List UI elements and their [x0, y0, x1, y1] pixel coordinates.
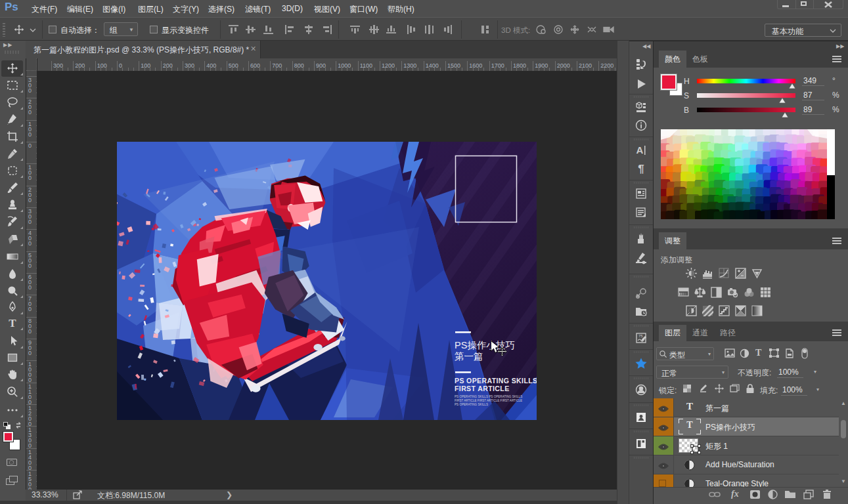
svg-text:PS OPERATING SKILLS: PS OPERATING SKILLS	[455, 403, 488, 406]
svg-text:FIRST ARTICLE FIRST ARTICLE F: FIRST ARTICLE FIRST ARTICLE FIRST ARTICL…	[455, 399, 522, 402]
svg-text:PS OPERATING SKILLS: PS OPERATING SKILLS	[455, 377, 537, 385]
svg-text:FIRST ARTICLE: FIRST ARTICLE	[455, 385, 510, 392]
svg-text:第一篇: 第一篇	[455, 351, 483, 362]
svg-text:75: 75	[638, 334, 643, 338]
svg-text:A: A	[636, 144, 644, 156]
svg-text:¶: ¶	[638, 163, 644, 175]
svg-text:T: T	[9, 317, 16, 329]
svg-text:PS OPERATING SKILLS PS OPERATI: PS OPERATING SKILLS PS OPERATING SKILLS	[455, 395, 522, 398]
